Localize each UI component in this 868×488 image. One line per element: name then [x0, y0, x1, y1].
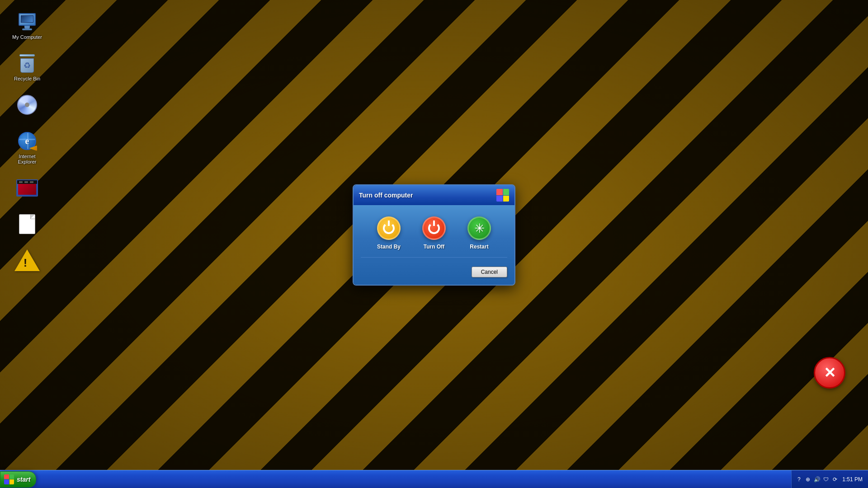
dialog-titlebar: Turn off computer: [354, 185, 514, 206]
restart-action[interactable]: Restart: [461, 216, 497, 250]
restart-icon: [467, 216, 491, 240]
turn-off-label: Turn Off: [424, 244, 444, 250]
turn-off-icon: [422, 216, 446, 240]
dialog-action-buttons: Stand By Turn Off Restart: [361, 216, 507, 250]
windows-logo-icon: [496, 189, 509, 202]
cancel-button[interactable]: Cancel: [472, 267, 507, 277]
stand-by-label: Stand By: [377, 244, 401, 250]
dialog-body: Stand By Turn Off Restart: [354, 206, 514, 285]
dialog-overlay: Turn off computer Stand By: [0, 0, 868, 488]
restart-label: Restart: [470, 244, 488, 250]
dialog-footer: Cancel: [361, 263, 507, 277]
stand-by-action[interactable]: Stand By: [371, 216, 407, 250]
dialog-title: Turn off computer: [359, 192, 413, 199]
dialog-separator: [361, 257, 507, 258]
turn-off-dialog: Turn off computer Stand By: [353, 184, 515, 286]
turn-off-action[interactable]: Turn Off: [416, 216, 452, 250]
stand-by-icon: [377, 216, 401, 240]
